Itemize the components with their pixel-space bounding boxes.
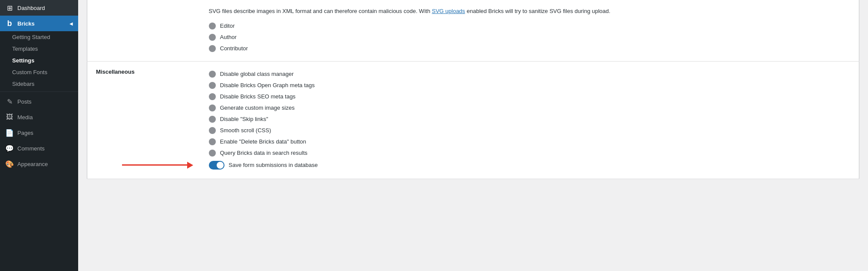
role-contributor-label: Contributor (220, 45, 248, 52)
misc-option-radio-1[interactable] (209, 82, 216, 89)
misc-option-label-3: Generate custom image sizes (220, 104, 295, 111)
misc-option-label-6: Enable "Delete Bricks data" button (220, 138, 307, 145)
role-editor-radio[interactable] (209, 23, 216, 29)
sidebar: ⊞ Dashboard b Bricks ◀ Getting Started T… (0, 0, 78, 271)
arrow-annotation (122, 162, 193, 169)
svg-description-text: SVG files describe images in XML format … (209, 7, 851, 16)
appearance-icon: 🎨 (5, 160, 14, 168)
svg-uploads-link[interactable]: SVG uploads (432, 8, 465, 14)
role-editor-label: Editor (220, 23, 235, 29)
role-author-row: Author (209, 32, 851, 43)
sidebar-item-appearance[interactable]: 🎨 Appearance (0, 156, 78, 172)
misc-option-radio-3[interactable] (209, 104, 216, 111)
role-contributor-row: Contributor (209, 43, 851, 54)
bricks-icon: b (5, 19, 14, 28)
misc-option-label-4: Disable "Skip links" (220, 116, 268, 122)
sidebar-item-posts[interactable]: ✎ Posts (0, 94, 78, 109)
misc-option-label-2: Disable Bricks SEO meta tags (220, 93, 296, 100)
bricks-arrow: ◀ (69, 21, 73, 26)
dashboard-icon: ⊞ (5, 3, 14, 12)
misc-option-row-1: Disable Bricks Open Graph meta tags (209, 80, 851, 91)
misc-option-label-1: Disable Bricks Open Graph meta tags (220, 82, 315, 88)
misc-option-row-7: Query Bricks data in search results (209, 147, 851, 159)
toggle-thumb (217, 162, 224, 169)
svg-row: SVG files describe images in XML format … (87, 0, 859, 61)
svg-value-cell: SVG files describe images in XML format … (200, 0, 859, 61)
arrow-head (187, 162, 193, 169)
role-author-label: Author (220, 34, 237, 40)
sidebar-divider (0, 91, 78, 92)
role-author-radio[interactable] (209, 34, 216, 41)
posts-icon: ✎ (5, 97, 14, 106)
misc-options-container: Disable global class managerDisable Bric… (209, 69, 851, 172)
misc-option-radio-4[interactable] (209, 116, 216, 123)
sidebar-item-media[interactable]: 🖼 Media (0, 109, 78, 125)
misc-option-row-8: Save form submissions in database (209, 159, 851, 172)
misc-option-row-4: Disable "Skip links" (209, 114, 851, 125)
misc-option-row-3: Generate custom image sizes (209, 102, 851, 114)
misc-value-cell: Disable global class managerDisable Bric… (200, 61, 859, 179)
misc-option-toggle-8[interactable] (209, 161, 224, 170)
pages-icon: 📄 (5, 128, 14, 137)
misc-option-radio-5[interactable] (209, 127, 216, 134)
sidebar-item-settings[interactable]: Settings (0, 55, 78, 66)
misc-option-row-2: Disable Bricks SEO meta tags (209, 91, 851, 102)
misc-option-row-6: Enable "Delete Bricks data" button (209, 136, 851, 147)
svg-label-cell (87, 0, 200, 61)
media-icon: 🖼 (5, 113, 14, 121)
sidebar-item-dashboard[interactable]: ⊞ Dashboard (0, 0, 78, 16)
main-content: SVG files describe images in XML format … (78, 0, 868, 271)
misc-option-radio-7[interactable] (209, 150, 216, 157)
comments-icon: 💬 (5, 144, 14, 153)
sidebar-item-templates[interactable]: Templates (0, 43, 78, 55)
sidebar-item-getting-started[interactable]: Getting Started (0, 31, 78, 43)
arrow-line (122, 164, 187, 166)
misc-label-cell: Miscellaneous (87, 61, 200, 179)
sidebar-item-comments[interactable]: 💬 Comments (0, 140, 78, 156)
misc-option-radio-6[interactable] (209, 138, 216, 145)
role-contributor-radio[interactable] (209, 45, 216, 52)
misc-option-radio-2[interactable] (209, 93, 216, 100)
misc-option-label-8: Save form submissions in database (229, 162, 318, 168)
misc-label-text: Miscellaneous (96, 67, 135, 75)
sidebar-item-custom-fonts[interactable]: Custom Fonts (0, 66, 78, 78)
sidebar-item-sidebars[interactable]: Sidebars (0, 78, 78, 90)
misc-option-label-5: Smooth scroll (CSS) (220, 127, 271, 134)
misc-row: Miscellaneous Disable global class manag… (87, 61, 859, 179)
sidebar-item-bricks[interactable]: b Bricks ◀ (0, 16, 78, 31)
misc-option-radio-0[interactable] (209, 71, 216, 78)
sidebar-item-pages[interactable]: 📄 Pages (0, 125, 78, 140)
settings-table: SVG files describe images in XML format … (87, 0, 859, 179)
role-editor-row: Editor (209, 20, 851, 32)
misc-option-label-0: Disable global class manager (220, 71, 294, 77)
misc-option-row-0: Disable global class manager (209, 69, 851, 80)
misc-option-label-7: Query Bricks data in search results (220, 150, 308, 156)
misc-option-row-5: Smooth scroll (CSS) (209, 125, 851, 136)
